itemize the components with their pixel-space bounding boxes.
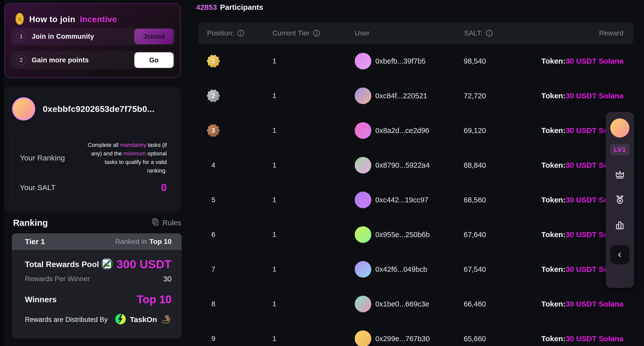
position-cell: 7 bbox=[205, 252, 221, 287]
winners-label: Winners bbox=[25, 295, 57, 304]
position-cell: 5 bbox=[205, 183, 221, 217]
tier-card: Tier 1 Ranked inTop 10 Total Rewards Poo… bbox=[12, 233, 182, 338]
reward-token-label: Token: bbox=[541, 196, 566, 204]
table-header: Position: Current Tier User SALT: Reward bbox=[198, 22, 633, 44]
current-tier-cell: 1 bbox=[272, 148, 276, 183]
salt-value: 67,540 bbox=[464, 252, 486, 287]
table-row: 9 1 0x299e...767b30 65,660 Token:30 USDT… bbox=[198, 321, 633, 346]
user-address: 0x8790...5922a4 bbox=[375, 148, 430, 183]
user-address: 0x42f6...049bcb bbox=[375, 252, 427, 287]
bronze-medal-badge: 3 bbox=[206, 123, 220, 138]
leaderboard-chart-icon[interactable] bbox=[614, 219, 626, 231]
wallet-address: 0xebbfc9202653de7f75b0... bbox=[43, 104, 154, 114]
table-row: 4 1 0x8790...5922a4 68,840 Token:30 USDT… bbox=[198, 148, 633, 183]
salt-value: 66,460 bbox=[464, 287, 486, 321]
table-row: 7 1 0x42f6...049bcb 67,540 Token:30 USDT… bbox=[198, 252, 633, 287]
taskon-logo bbox=[115, 313, 126, 326]
how-to-join-title: $ How to join Incentive bbox=[15, 12, 180, 26]
silver-medal-badge: 2 bbox=[206, 89, 220, 103]
step-label-gain-points: Gain more points bbox=[32, 56, 134, 64]
user-address: 0xc442...19cc97 bbox=[375, 183, 428, 217]
salt-value: 98,540 bbox=[464, 44, 486, 78]
reward-token-label: Token: bbox=[541, 57, 566, 65]
position-info-icon[interactable] bbox=[237, 29, 245, 37]
user-address: 0x955e...250b6b bbox=[375, 217, 430, 252]
rules-label: Rules bbox=[163, 219, 181, 227]
ranking-qualification-note: Complete all mandatory tasks (if any) an… bbox=[84, 141, 167, 175]
user-avatar bbox=[355, 157, 371, 174]
total-rewards-pool-value: 300 USDT bbox=[116, 257, 172, 271]
current-tier-cell: 1 bbox=[272, 287, 276, 321]
position-cell: 4 bbox=[205, 148, 221, 183]
reward-value: 30 USDT Solana bbox=[566, 92, 623, 100]
svg-text:$: $ bbox=[18, 16, 21, 22]
how-to-join-card: $ How to join Incentive 1 Join in Commun… bbox=[5, 3, 181, 78]
your-salt-value: 0 bbox=[161, 182, 167, 194]
step-join-community: 1 Join in Community Joined bbox=[11, 28, 175, 45]
step-number-2: 2 bbox=[16, 55, 26, 65]
table-row: 3 1 0x8a2d...ce2d96 69,120 Token:30 USDT… bbox=[198, 113, 633, 148]
reward-token-label: Token: bbox=[541, 300, 566, 308]
panel-avatar[interactable] bbox=[610, 118, 629, 138]
column-salt: SALT: bbox=[464, 29, 482, 37]
distributor-name: TaskOn bbox=[130, 315, 157, 324]
gold-medal-badge: 1 bbox=[206, 54, 220, 68]
user-avatar bbox=[355, 122, 371, 139]
table-row: 1 1 0xbefb...39f7b5 98,540 Token:30 USDT… bbox=[198, 44, 633, 78]
position-cell: 6 bbox=[205, 217, 221, 252]
reward-cell: Token:30 USDT Solana bbox=[541, 287, 623, 321]
svg-text:1: 1 bbox=[619, 173, 621, 177]
rewards-per-winner-label: Rewards Per Winner bbox=[25, 275, 90, 283]
joined-button[interactable]: Joined bbox=[134, 29, 174, 44]
column-reward: Reward bbox=[599, 29, 623, 37]
reward-token-label: Token: bbox=[541, 161, 566, 169]
total-rewards-pool-label: Total Rewards Pool bbox=[25, 260, 99, 269]
coins-in-hand-icon bbox=[160, 314, 172, 326]
medal-icon[interactable] bbox=[614, 193, 626, 205]
salt-value: 68,560 bbox=[464, 183, 486, 217]
reward-value: 30 USDT Solana bbox=[566, 57, 623, 65]
user-address: 0x8a2d...ce2d96 bbox=[375, 113, 429, 148]
salt-value: 67,640 bbox=[464, 217, 486, 252]
current-tier-info-icon[interactable] bbox=[313, 29, 320, 37]
ranking-heading: Ranking bbox=[13, 218, 48, 228]
step-gain-points: 2 Gain more points Go bbox=[11, 51, 175, 69]
avatar bbox=[12, 97, 35, 120]
current-tier-cell: 1 bbox=[272, 113, 276, 148]
go-button[interactable]: Go bbox=[134, 52, 174, 68]
collapse-panel-button[interactable] bbox=[610, 245, 629, 264]
reward-cell: Token:30 USDT Solana bbox=[541, 78, 623, 113]
tier-name: Tier 1 bbox=[25, 237, 45, 246]
crown-rank-icon[interactable]: 1 bbox=[614, 168, 626, 180]
table-row: 6 1 0x955e...250b6b 67,640 Token:30 USDT… bbox=[198, 217, 633, 252]
current-tier-cell: 1 bbox=[272, 321, 276, 346]
reward-token-label: Token: bbox=[541, 334, 566, 343]
salt-info-icon[interactable] bbox=[486, 29, 493, 37]
position-cell: 1 bbox=[205, 44, 221, 78]
level-badge: LV1 bbox=[610, 144, 630, 155]
table-row: 2 1 0xc84f...220521 72,720 Token:30 USDT… bbox=[198, 78, 633, 113]
user-avatar bbox=[355, 296, 371, 312]
reward-token-label: Token: bbox=[541, 92, 566, 100]
user-avatar bbox=[355, 88, 371, 104]
current-tier-cell: 1 bbox=[272, 217, 276, 252]
participants-count-line: 42853Participants bbox=[196, 3, 263, 12]
salt-value: 65,660 bbox=[464, 321, 486, 346]
user-address: 0x299e...767b30 bbox=[375, 321, 430, 346]
how-to-join-highlight: Incentive bbox=[80, 15, 117, 24]
rules-doc-icon bbox=[151, 218, 159, 228]
reward-token-broken-image-icon bbox=[101, 258, 113, 271]
user-address: 0xbefb...39f7b5 bbox=[375, 44, 426, 78]
salt-value: 72,720 bbox=[464, 78, 486, 113]
rules-link[interactable]: Rules bbox=[151, 218, 181, 228]
table-rows: 1 1 0xbefb...39f7b5 98,540 Token:30 USDT… bbox=[198, 44, 633, 346]
position-cell: 2 bbox=[205, 78, 221, 113]
how-to-join-text: How to join bbox=[29, 15, 75, 24]
window-left-edge bbox=[0, 0, 4, 346]
position-cell: 3 bbox=[205, 113, 221, 148]
reward-cell: Token:30 USDT Solana bbox=[541, 44, 623, 78]
coin-icon: $ bbox=[15, 12, 25, 26]
current-tier-cell: 1 bbox=[272, 78, 276, 113]
position-cell: 8 bbox=[205, 287, 221, 321]
winners-value: Top 10 bbox=[137, 293, 172, 306]
